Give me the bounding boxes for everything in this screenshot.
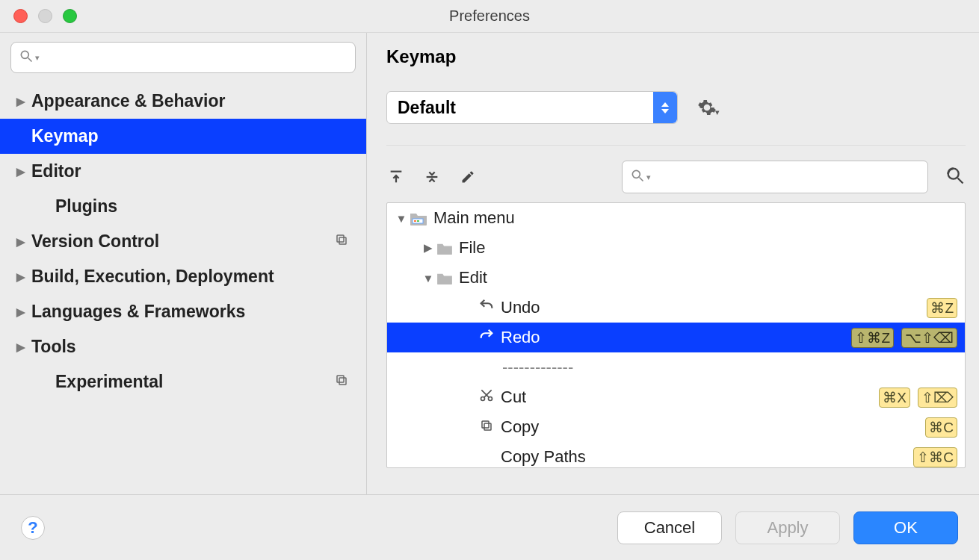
tree-row-label: Cut	[501, 388, 526, 407]
sidebar-item-keymap[interactable]: ▶Keymap	[0, 119, 366, 154]
expand-arrow-icon: ▶	[420, 241, 436, 255]
tree-row-label: File	[459, 238, 485, 258]
apply-button: Apply	[735, 511, 840, 544]
keymap-scheme-select[interactable]: Default	[386, 91, 678, 124]
for-current-project-icon	[335, 233, 348, 250]
keyboard-shortcut: ⇧⌘C	[913, 447, 957, 467]
for-current-project-icon	[335, 373, 348, 391]
keyboard-shortcut: ⌘C	[925, 417, 957, 438]
sidebar-item-label: Tools	[31, 337, 76, 357]
svg-rect-2	[339, 237, 346, 244]
tree-folder-edit[interactable]: ▼Edit	[387, 263, 965, 293]
tree-action-redo[interactable]: Redo⇧⌘Z⌥⇧⌫	[387, 323, 965, 352]
tree-row-label: Edit	[459, 268, 487, 287]
svg-line-10	[640, 178, 643, 181]
sidebar-item-label: Version Control	[31, 231, 159, 252]
tree-row-label: Undo	[501, 298, 540, 317]
keyboard-shortcut: ⌘X	[879, 388, 910, 408]
tree-action-copy-paths[interactable]: Copy Paths⇧⌘C	[387, 442, 965, 468]
expand-arrow-icon: ▶	[16, 95, 31, 108]
shortcut-list: ⌘X⇧⌦	[879, 388, 957, 408]
svg-line-12	[958, 178, 963, 184]
tree-folder-file[interactable]: ▶File	[387, 233, 965, 263]
tree-row-label: Copy	[501, 417, 539, 437]
tree-row-label: Copy Paths	[501, 447, 586, 467]
expand-arrow-icon: ▶	[16, 340, 31, 354]
sidebar-item-build-execution-deployment[interactable]: ▶Build, Execution, Deployment	[0, 259, 366, 294]
svg-point-0	[21, 51, 28, 58]
expand-arrow-icon: ▶	[16, 305, 31, 319]
edit-shortcut-button[interactable]	[458, 167, 478, 187]
tree-separator: -------------	[387, 352, 965, 382]
keyboard-shortcut: ⇧⌦	[918, 388, 957, 408]
tree-action-cut[interactable]: Cut⌘X⇧⌦	[387, 382, 965, 412]
keyboard-shortcut: ⌥⇧⌫	[901, 328, 957, 348]
sidebar-category-list: ▶Appearance & Behavior▶Keymap▶Editor▶Plu…	[0, 79, 366, 399]
sidebar-item-label: Plugins	[55, 196, 117, 217]
tree-row-label: Main menu	[433, 208, 515, 228]
folder-icon	[436, 268, 453, 287]
sidebar-item-label: Build, Execution, Deployment	[31, 267, 274, 287]
svg-rect-14	[414, 220, 416, 222]
sidebar-item-languages-frameworks[interactable]: ▶Languages & Frameworks	[0, 294, 366, 329]
collapse-all-button[interactable]	[422, 167, 442, 187]
collapse-arrow-icon: ▼	[393, 212, 410, 225]
dropdown-caret-icon: ▾	[646, 172, 651, 182]
search-icon	[19, 49, 34, 66]
redo-icon	[477, 327, 496, 348]
sidebar-item-label: Editor	[31, 161, 81, 181]
expand-arrow-icon: ▶	[16, 235, 31, 249]
sidebar-item-label: Experimental	[55, 372, 163, 392]
shortcut-list: ⌘Z	[927, 298, 957, 318]
ok-button[interactable]: OK	[853, 511, 958, 544]
main-panel: Keymap Default ▾	[367, 33, 979, 494]
select-stepper-icon	[653, 92, 677, 123]
tree-row-label: Redo	[501, 328, 540, 347]
sidebar-item-plugins[interactable]: ▶Plugins	[0, 189, 366, 224]
sidebar-item-experimental[interactable]: ▶Experimental	[0, 364, 366, 399]
keyboard-shortcut: ⌘Z	[927, 298, 957, 318]
search-icon	[630, 168, 645, 186]
help-button[interactable]: ?	[21, 516, 45, 540]
svg-point-9	[632, 170, 640, 178]
svg-rect-3	[337, 235, 344, 242]
keyboard-shortcut: ⇧⌘Z	[851, 328, 894, 348]
sidebar-item-tools[interactable]: ▶Tools	[0, 329, 366, 364]
tree-folder-main-menu[interactable]: ▼Main menu	[387, 203, 965, 233]
folder-icon	[436, 238, 453, 258]
action-search-input[interactable]: ▾	[622, 161, 928, 193]
sidebar-item-label: Appearance & Behavior	[31, 91, 225, 111]
cancel-button[interactable]: Cancel	[617, 511, 722, 544]
svg-rect-21	[482, 421, 489, 428]
window-title: Preferences	[0, 7, 979, 25]
keymap-settings-gear-button[interactable]: ▾	[697, 98, 720, 117]
dialog-footer: ? Cancel Apply OK	[0, 494, 979, 560]
svg-rect-15	[417, 220, 419, 222]
undo-icon	[477, 297, 496, 318]
sidebar-item-editor[interactable]: ▶Editor	[0, 154, 366, 189]
page-title: Keymap	[386, 46, 966, 67]
shortcut-list: ⌘C	[925, 417, 957, 438]
shortcut-list: ⇧⌘Z⌥⇧⌫	[851, 328, 957, 348]
sidebar-item-version-control[interactable]: ▶Version Control	[0, 224, 366, 259]
keymap-scheme-value: Default	[398, 98, 456, 118]
sidebar-item-label: Languages & Frameworks	[31, 302, 245, 322]
dropdown-caret-icon: ▾	[35, 53, 40, 63]
tree-action-undo[interactable]: Undo⌘Z	[387, 293, 965, 323]
copy-icon	[477, 417, 496, 437]
cut-icon	[477, 388, 496, 407]
sidebar-search-input[interactable]: ▾	[10, 42, 356, 73]
sidebar-item-appearance-behavior[interactable]: ▶Appearance & Behavior	[0, 84, 366, 119]
preferences-sidebar: ▾ ▶Appearance & Behavior▶Keymap▶Editor▶P…	[0, 33, 367, 494]
expand-arrow-icon: ▶	[16, 165, 31, 178]
svg-rect-20	[484, 423, 491, 430]
shortcut-list: ⇧⌘C	[913, 447, 957, 467]
svg-rect-4	[339, 378, 346, 385]
sidebar-item-label: Keymap	[31, 126, 98, 146]
keymap-action-tree[interactable]: ▼Main menu▶File▼EditUndo⌘ZRedo⇧⌘Z⌥⇧⌫----…	[386, 202, 966, 468]
find-by-shortcut-button[interactable]	[945, 165, 966, 189]
svg-line-1	[28, 58, 32, 62]
tree-action-copy[interactable]: Copy⌘C	[387, 412, 965, 442]
expand-all-button[interactable]	[386, 167, 406, 187]
expand-arrow-icon: ▶	[16, 270, 31, 284]
